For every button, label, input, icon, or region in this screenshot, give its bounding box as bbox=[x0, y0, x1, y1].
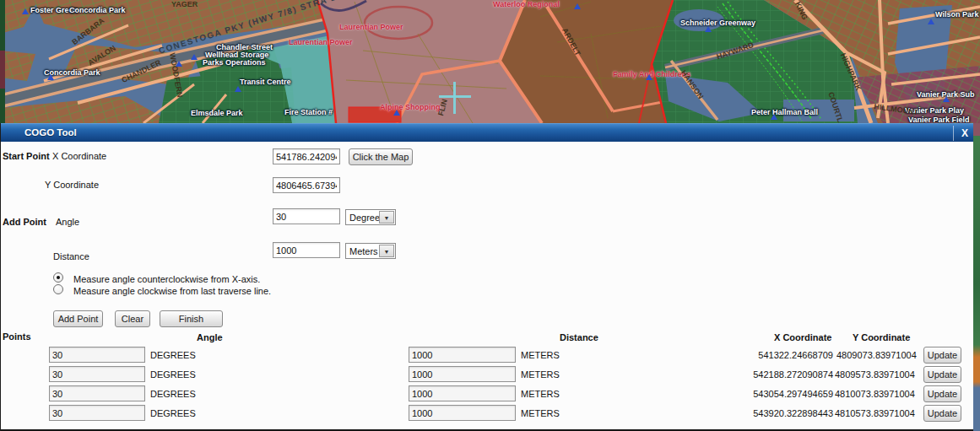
row-y-value: 4809573.83971004 bbox=[835, 369, 915, 380]
row-angle-input[interactable] bbox=[49, 347, 145, 363]
y-coordinate-label: Y Coordinate bbox=[45, 180, 99, 190]
map-canvas bbox=[0, 0, 980, 123]
radio-counterclockwise[interactable] bbox=[53, 272, 63, 283]
map-marker-icon bbox=[928, 19, 934, 24]
map-marker-icon bbox=[393, 110, 400, 116]
radio-counterclockwise-label: Measure angle counterclockwise from X-ax… bbox=[73, 274, 260, 284]
x-coordinate-label: X Coordinate bbox=[52, 151, 106, 161]
distance-column-header: Distance bbox=[560, 332, 598, 342]
row-y-value: 4810073.83971004 bbox=[835, 389, 915, 399]
update-button[interactable]: Update bbox=[923, 347, 961, 364]
map-marker-icon bbox=[574, 3, 581, 9]
map-marker-icon bbox=[176, 61, 182, 67]
map-marker-icon bbox=[771, 114, 777, 120]
map-marker-icon bbox=[22, 8, 29, 14]
map-marker-icon bbox=[705, 26, 712, 32]
points-section-label: Points bbox=[3, 331, 31, 342]
update-button[interactable]: Update bbox=[923, 405, 961, 422]
row-distance-input[interactable] bbox=[409, 405, 516, 421]
clear-button[interactable]: Clear bbox=[115, 310, 150, 327]
add-point-section-label: Add Point bbox=[3, 217, 46, 227]
row-distance-unit: METERS bbox=[521, 369, 560, 380]
map-marker-icon bbox=[646, 74, 652, 80]
x-coordinate-column-header: X Coordinate bbox=[774, 332, 831, 342]
start-x-input[interactable] bbox=[273, 148, 340, 164]
start-point-section-label: Start Point bbox=[3, 151, 50, 161]
distance-input[interactable] bbox=[273, 242, 340, 258]
row-y-value: 4809073.83971004 bbox=[837, 350, 917, 360]
radio-clockwise[interactable] bbox=[53, 284, 63, 294]
distance-label: Distance bbox=[53, 251, 89, 261]
map-marker-icon bbox=[191, 54, 198, 60]
angle-input[interactable] bbox=[273, 208, 340, 224]
crosshair-icon bbox=[453, 82, 456, 114]
row-angle-unit: DEGREES bbox=[150, 350, 196, 360]
map-marker-icon bbox=[235, 86, 241, 92]
map-marker-icon bbox=[47, 74, 54, 80]
finish-button[interactable]: Finish bbox=[160, 310, 223, 327]
row-distance-input[interactable] bbox=[409, 385, 516, 401]
row-angle-input[interactable] bbox=[49, 385, 145, 401]
app-screen: Foster Green Concordia Park Concordia Pa… bbox=[0, 0, 980, 431]
row-x-value: 543920.322898443 bbox=[727, 408, 833, 418]
row-angle-unit: DEGREES bbox=[150, 389, 196, 399]
distance-unit-select[interactable]: Meters ▼ bbox=[345, 243, 396, 259]
angle-label: Angle bbox=[56, 217, 79, 227]
row-angle-unit: DEGREES bbox=[150, 408, 196, 418]
map-edge-strip bbox=[973, 123, 980, 431]
radio-clockwise-label: Measure angle clockwise from last traver… bbox=[73, 286, 271, 296]
row-x-value: 543054.297494659 bbox=[727, 389, 833, 399]
add-point-button[interactable]: Add Point bbox=[53, 310, 103, 327]
row-angle-input[interactable] bbox=[49, 366, 145, 382]
row-distance-input[interactable] bbox=[409, 366, 516, 382]
row-distance-unit: METERS bbox=[521, 408, 560, 418]
y-coordinate-column-header: Y Coordinate bbox=[853, 332, 910, 342]
cogo-tool-dialog: COGO Tool X Start Point X Coordinate Cli… bbox=[0, 123, 973, 431]
row-x-value: 541322.24668709 bbox=[727, 350, 833, 360]
angle-unit-select[interactable]: Degrees ▼ bbox=[345, 209, 396, 225]
angle-column-header: Angle bbox=[197, 332, 223, 342]
map-viewport[interactable]: Foster Green Concordia Park Concordia Pa… bbox=[0, 0, 980, 123]
dialog-titlebar[interactable]: COGO Tool X bbox=[1, 123, 973, 142]
click-the-map-button[interactable]: Click the Map bbox=[349, 148, 413, 165]
dialog-title: COGO Tool bbox=[24, 127, 77, 137]
titlebar-separator bbox=[953, 126, 954, 141]
row-x-value: 542188.272090874 bbox=[727, 369, 833, 380]
update-button[interactable]: Update bbox=[923, 385, 961, 402]
chevron-down-icon: ▼ bbox=[379, 211, 394, 224]
update-button[interactable]: Update bbox=[923, 366, 961, 383]
row-angle-input[interactable] bbox=[49, 405, 145, 421]
start-y-input[interactable] bbox=[273, 177, 340, 193]
row-distance-unit: METERS bbox=[521, 389, 560, 399]
row-distance-unit: METERS bbox=[521, 350, 560, 360]
row-y-value: 4810573.83971004 bbox=[835, 408, 915, 418]
chevron-down-icon: ▼ bbox=[379, 245, 394, 257]
close-icon[interactable]: X bbox=[956, 124, 973, 143]
map-marker-icon bbox=[943, 96, 950, 102]
row-angle-unit: DEGREES bbox=[150, 369, 196, 380]
row-distance-input[interactable] bbox=[409, 347, 516, 363]
distance-unit-value: Meters bbox=[349, 246, 378, 256]
